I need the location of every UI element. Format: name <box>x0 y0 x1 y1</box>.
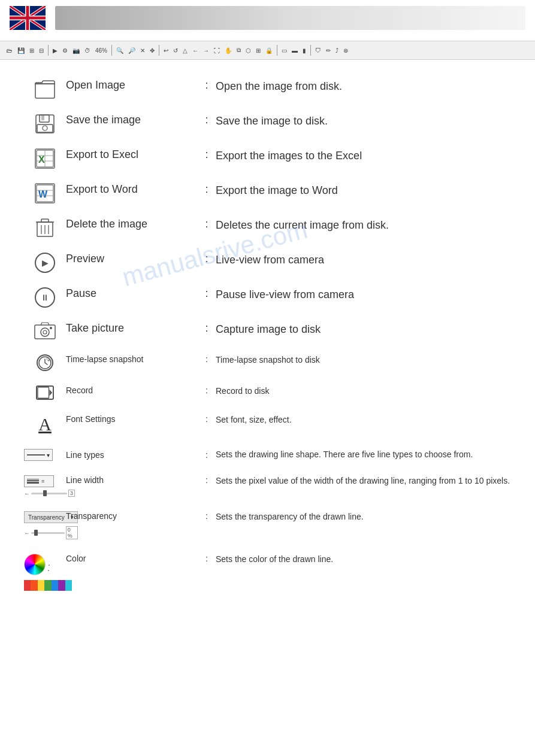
row-export-word: W Export to Word : Export the image to W… <box>24 175 511 210</box>
toolbar-star-icon[interactable]: ⊛ <box>341 47 350 54</box>
toolbar-redo-icon[interactable]: ↺ <box>171 47 180 54</box>
line-width-label: Line width <box>66 473 198 485</box>
toolbar-rect2-icon[interactable]: ▬ <box>290 47 300 54</box>
svg-rect-35 <box>38 387 49 399</box>
color-bar-blue <box>52 580 58 591</box>
open-image-label: Open Image <box>66 77 198 92</box>
record-label: Record <box>66 383 198 395</box>
lw-line3 <box>27 482 39 484</box>
toolbar-settings-icon[interactable]: ⚙ <box>61 47 69 54</box>
toolbar-save-icon[interactable]: 💾 <box>16 47 26 54</box>
main-content: Open Image : Open the image from disk. S… <box>0 65 535 603</box>
timelapse-desc: Time-lapse snapshot to disk <box>216 352 511 366</box>
row-line-types: ▾ Line types : Sets the drawing line sha… <box>24 441 511 467</box>
font-settings-label: Font Settings <box>66 412 198 424</box>
toolbar-play-icon[interactable]: ▶ <box>51 47 59 54</box>
uk-flag-icon <box>10 6 46 30</box>
toolbar-sep1 <box>48 45 49 56</box>
color-bar-purple <box>58 580 65 591</box>
preview-colon: : <box>198 250 216 265</box>
export-word-desc: Export the image to Word <box>216 181 511 198</box>
toolbar-timer-icon[interactable]: ⏱ <box>83 47 92 54</box>
transp-slider-left-icon: ← <box>24 530 30 536</box>
color-icon: · <box>24 551 66 591</box>
timelapse-label: Time-lapse snapshot <box>66 352 198 364</box>
toolbar-arrow-right-icon[interactable]: → <box>201 47 211 54</box>
line-types-label: Line types <box>66 448 198 460</box>
line-width-colon: : <box>198 473 216 485</box>
toolbar-filter-icon[interactable]: ⛉ <box>313 47 323 54</box>
export-word-colon: : <box>198 181 216 196</box>
linetype-widget: ▾ <box>24 449 53 461</box>
toolbar-arrow-left-icon[interactable]: ← <box>191 47 200 54</box>
toolbar-export-icon[interactable]: ⬡ <box>244 47 253 54</box>
toolbar-layers-icon[interactable]: ⧉ <box>235 46 243 54</box>
delete-image-label: Delete the image <box>66 215 198 230</box>
timelapse-colon: : <box>198 352 216 364</box>
slider-thumb <box>43 490 47 496</box>
delete-image-colon: : <box>198 215 216 230</box>
line-types-desc: Sets the drawing line shape. There are f… <box>216 447 511 461</box>
timelapse-circle-icon: ↻ <box>37 354 53 371</box>
transparency-slider: ← 0 % <box>24 526 78 539</box>
toolbar-undo-icon[interactable]: ↩ <box>162 47 170 54</box>
svg-rect-25 <box>41 219 49 222</box>
header <box>0 0 535 36</box>
svg-text:↻: ↻ <box>46 357 49 361</box>
transparency-colon: : <box>198 509 216 521</box>
take-picture-desc: Capture image to disk <box>216 320 511 337</box>
play-circle-icon: ▶ <box>35 253 55 273</box>
font-icon: A <box>38 414 52 435</box>
toolbar-sep4 <box>277 45 277 56</box>
row-delete-image: Delete the image : Deletes the current i… <box>24 210 511 244</box>
open-image-icon <box>24 77 66 99</box>
lw-line2 <box>27 480 39 481</box>
toolbar-move-icon[interactable]: ✥ <box>148 47 156 54</box>
delete-image-desc: Deletes the current image from disk. <box>216 215 511 233</box>
transparency-label: Transparency <box>66 509 198 521</box>
svg-text:X: X <box>38 154 45 165</box>
delete-image-icon <box>24 215 66 238</box>
color-wheel-icon <box>24 554 46 575</box>
row-save-image: Save the image : Save the image to disk. <box>24 105 511 140</box>
transparency-dropdown-label: Transparency <box>28 514 65 521</box>
row-export-excel: X Export to Execl : Export the images to… <box>24 140 511 175</box>
row-font-settings: A Font Settings : Set font, size, effect… <box>24 406 511 441</box>
toolbar-zoom-out-icon[interactable]: 🔎 <box>126 47 137 54</box>
font-settings-desc: Set font, size, effect. <box>216 412 511 426</box>
toolbar-grid2-icon[interactable]: ⊟ <box>37 47 46 54</box>
toolbar-share-icon[interactable]: ⤴ <box>334 47 340 54</box>
toolbar-triangle-icon[interactable]: △ <box>181 47 189 54</box>
toolbar-hand-icon[interactable]: ✋ <box>223 47 234 54</box>
word-icon-box: W <box>35 183 55 204</box>
toolbar-folder-icon[interactable]: 🗁 <box>5 47 14 54</box>
toolbar-rect-icon[interactable]: ▭ <box>280 47 289 54</box>
linetype-line <box>27 454 45 456</box>
toolbar-sep3 <box>159 45 159 56</box>
color-bar-cyan <box>65 580 72 591</box>
toolbar-grid3-icon[interactable]: ⊞ <box>254 47 262 54</box>
row-pause: ⏸ Pause : Pause live-view from camera <box>24 279 511 314</box>
transparency-icon: Transparency ▾ ← 0 % <box>24 509 66 539</box>
pause-label: Pause <box>66 285 198 300</box>
transparency-desc: Sets the transparency of the drawn line. <box>216 509 511 523</box>
toolbar-zoom-in-icon[interactable]: 🔍 <box>114 47 125 54</box>
pause-colon: : <box>198 285 216 300</box>
toolbar-pointer-icon[interactable]: ⛶ <box>212 47 222 54</box>
toolbar-camera-icon[interactable]: 📷 <box>71 47 81 54</box>
line-width-icon: ≡ ← 3 <box>24 473 66 497</box>
svg-point-32 <box>50 327 52 329</box>
export-excel-icon: X <box>24 146 66 169</box>
row-record: Record : Record to disk <box>24 377 511 406</box>
toolbar-cross-icon[interactable]: ✕ <box>138 47 147 54</box>
color-colon: : <box>198 551 216 563</box>
linewidth-icon-label: ≡ <box>41 478 44 484</box>
toolbar-rect3-icon[interactable]: ▮ <box>301 47 308 54</box>
toolbar-lock-icon[interactable]: 🔒 <box>264 47 274 54</box>
toolbar-grid-icon[interactable]: ⊞ <box>28 47 36 54</box>
font-settings-colon: : <box>198 412 216 424</box>
export-excel-desc: Export the images to the Excel <box>216 146 511 163</box>
toolbar-edit-icon[interactable]: ✏ <box>324 47 333 54</box>
row-transparency: Transparency ▾ ← 0 % Transparency : Sets… <box>24 503 511 545</box>
record-colon: : <box>198 383 216 395</box>
